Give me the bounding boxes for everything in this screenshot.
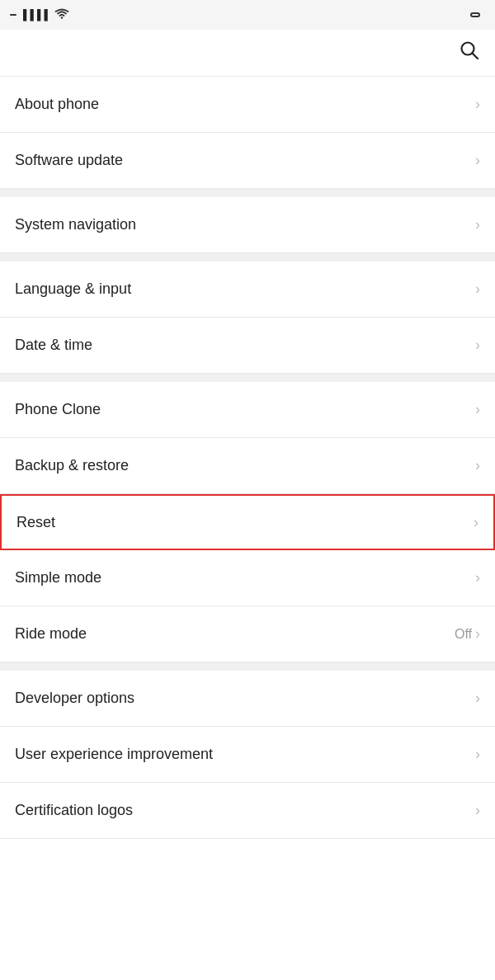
menu-item-phone-clone[interactable]: Phone Clone›: [0, 382, 495, 438]
menu-item-user-experience[interactable]: User experience improvement›: [0, 727, 495, 783]
signal-icon: ▌▌▌▌: [23, 9, 51, 21]
menu-label-user-experience: User experience improvement: [15, 746, 213, 763]
battery-indicator: [470, 12, 480, 17]
menu-label-certification-logos: Certification logos: [15, 802, 133, 819]
menu-item-about-phone[interactable]: About phone›: [0, 77, 495, 133]
status-left: ▌▌▌▌: [10, 8, 73, 22]
status-right: [465, 12, 485, 17]
menu-right-date-time: ›: [475, 337, 480, 354]
menu-label-date-time: Date & time: [15, 337, 92, 354]
menu-value-ride-mode: Off: [455, 627, 472, 642]
menu-item-date-time[interactable]: Date & time›: [0, 318, 495, 374]
menu-item-language-input[interactable]: Language & input›: [0, 261, 495, 318]
menu-label-developer-options: Developer options: [15, 690, 134, 707]
menu-item-simple-mode[interactable]: Simple mode›: [0, 550, 495, 606]
chevron-icon-system-navigation: ›: [475, 216, 480, 233]
menu-item-developer-options[interactable]: Developer options›: [0, 671, 495, 727]
menu-right-language-input: ›: [475, 280, 480, 298]
menu-right-ride-mode: Off›: [455, 625, 480, 643]
menu-list: About phone›Software update›System navig…: [0, 77, 495, 839]
menu-label-simple-mode: Simple mode: [15, 569, 101, 587]
menu-item-ride-mode[interactable]: Ride modeOff›: [0, 606, 495, 662]
menu-item-system-navigation[interactable]: System navigation›: [0, 197, 495, 253]
menu-label-backup-restore: Backup & restore: [15, 457, 129, 474]
menu-right-developer-options: ›: [475, 690, 480, 707]
menu-label-language-input: Language & input: [15, 280, 131, 298]
menu-right-simple-mode: ›: [475, 569, 480, 587]
svg-line-1: [473, 54, 478, 59]
menu-label-ride-mode: Ride mode: [15, 625, 87, 643]
menu-label-about-phone: About phone: [15, 96, 99, 113]
menu-right-user-experience: ›: [475, 746, 480, 763]
menu-item-backup-restore[interactable]: Backup & restore›: [0, 438, 495, 494]
chevron-icon-user-experience: ›: [475, 746, 480, 763]
menu-item-reset[interactable]: Reset›: [0, 494, 495, 550]
chevron-icon-reset: ›: [474, 514, 478, 531]
menu-right-system-navigation: ›: [475, 216, 480, 233]
menu-label-system-navigation: System navigation: [15, 216, 136, 233]
group-separator: [0, 189, 495, 197]
chevron-icon-phone-clone: ›: [475, 401, 480, 418]
chevron-icon-language-input: ›: [475, 280, 480, 298]
chevron-icon-software-update: ›: [475, 152, 480, 169]
chevron-icon-about-phone: ›: [475, 96, 480, 113]
chevron-icon-certification-logos: ›: [475, 802, 480, 819]
menu-right-certification-logos: ›: [475, 802, 480, 819]
status-bar: ▌▌▌▌: [0, 0, 495, 30]
menu-item-certification-logos[interactable]: Certification logos›: [0, 783, 495, 839]
header: [0, 30, 495, 77]
chevron-icon-date-time: ›: [475, 337, 480, 354]
menu-right-software-update: ›: [475, 152, 480, 169]
menu-label-reset: Reset: [16, 514, 55, 531]
chevron-icon-backup-restore: ›: [475, 457, 480, 474]
menu-label-phone-clone: Phone Clone: [15, 401, 101, 418]
menu-right-phone-clone: ›: [475, 401, 480, 418]
chevron-icon-simple-mode: ›: [475, 569, 480, 587]
group-separator: [0, 374, 495, 382]
wifi-icon: [54, 8, 69, 22]
vowifi-badge: [10, 14, 16, 16]
menu-right-about-phone: ›: [475, 96, 480, 113]
menu-item-software-update[interactable]: Software update›: [0, 133, 495, 189]
group-separator: [0, 662, 495, 671]
menu-label-software-update: Software update: [15, 152, 123, 169]
menu-right-reset: ›: [474, 514, 478, 531]
group-separator: [0, 253, 495, 261]
search-button[interactable]: [459, 40, 480, 66]
menu-right-backup-restore: ›: [475, 457, 480, 474]
chevron-icon-ride-mode: ›: [475, 625, 480, 643]
chevron-icon-developer-options: ›: [475, 690, 480, 707]
